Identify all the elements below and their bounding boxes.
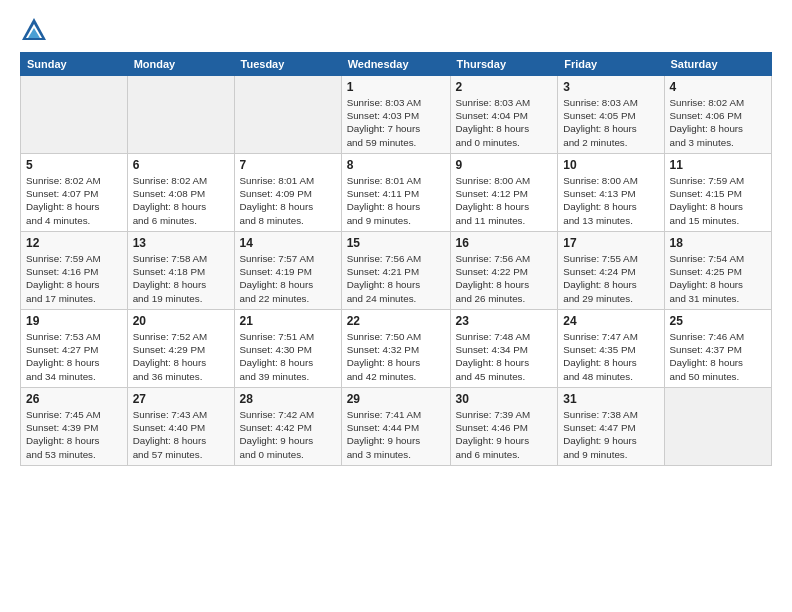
calendar-cell: 30Sunrise: 7:39 AM Sunset: 4:46 PM Dayli… [450,388,558,466]
day-info: Sunrise: 7:41 AM Sunset: 4:44 PM Dayligh… [347,408,445,461]
calendar-cell: 22Sunrise: 7:50 AM Sunset: 4:32 PM Dayli… [341,310,450,388]
day-info: Sunrise: 7:56 AM Sunset: 4:21 PM Dayligh… [347,252,445,305]
logo-icon [20,16,48,44]
day-number: 6 [133,158,229,172]
day-info: Sunrise: 8:02 AM Sunset: 4:07 PM Dayligh… [26,174,122,227]
calendar-cell: 15Sunrise: 7:56 AM Sunset: 4:21 PM Dayli… [341,232,450,310]
day-number: 5 [26,158,122,172]
day-info: Sunrise: 8:03 AM Sunset: 4:04 PM Dayligh… [456,96,553,149]
calendar-cell: 25Sunrise: 7:46 AM Sunset: 4:37 PM Dayli… [664,310,772,388]
calendar-cell: 29Sunrise: 7:41 AM Sunset: 4:44 PM Dayli… [341,388,450,466]
calendar-cell: 16Sunrise: 7:56 AM Sunset: 4:22 PM Dayli… [450,232,558,310]
calendar-week-row: 5Sunrise: 8:02 AM Sunset: 4:07 PM Daylig… [21,154,772,232]
day-info: Sunrise: 8:01 AM Sunset: 4:09 PM Dayligh… [240,174,336,227]
day-number: 30 [456,392,553,406]
day-number: 7 [240,158,336,172]
calendar-cell: 1Sunrise: 8:03 AM Sunset: 4:03 PM Daylig… [341,76,450,154]
day-number: 17 [563,236,658,250]
day-info: Sunrise: 7:51 AM Sunset: 4:30 PM Dayligh… [240,330,336,383]
header-friday: Friday [558,53,664,76]
day-info: Sunrise: 7:54 AM Sunset: 4:25 PM Dayligh… [670,252,767,305]
day-info: Sunrise: 8:03 AM Sunset: 4:05 PM Dayligh… [563,96,658,149]
calendar-cell: 23Sunrise: 7:48 AM Sunset: 4:34 PM Dayli… [450,310,558,388]
day-number: 22 [347,314,445,328]
calendar-cell: 9Sunrise: 8:00 AM Sunset: 4:12 PM Daylig… [450,154,558,232]
day-number: 19 [26,314,122,328]
calendar-cell: 13Sunrise: 7:58 AM Sunset: 4:18 PM Dayli… [127,232,234,310]
calendar-week-row: 12Sunrise: 7:59 AM Sunset: 4:16 PM Dayli… [21,232,772,310]
day-number: 31 [563,392,658,406]
calendar-week-row: 26Sunrise: 7:45 AM Sunset: 4:39 PM Dayli… [21,388,772,466]
day-info: Sunrise: 7:38 AM Sunset: 4:47 PM Dayligh… [563,408,658,461]
day-info: Sunrise: 8:02 AM Sunset: 4:06 PM Dayligh… [670,96,767,149]
day-info: Sunrise: 7:39 AM Sunset: 4:46 PM Dayligh… [456,408,553,461]
calendar-cell: 2Sunrise: 8:03 AM Sunset: 4:04 PM Daylig… [450,76,558,154]
day-number: 11 [670,158,767,172]
day-number: 23 [456,314,553,328]
day-info: Sunrise: 7:53 AM Sunset: 4:27 PM Dayligh… [26,330,122,383]
calendar-week-row: 1Sunrise: 8:03 AM Sunset: 4:03 PM Daylig… [21,76,772,154]
day-number: 18 [670,236,767,250]
calendar-cell: 27Sunrise: 7:43 AM Sunset: 4:40 PM Dayli… [127,388,234,466]
day-info: Sunrise: 7:48 AM Sunset: 4:34 PM Dayligh… [456,330,553,383]
day-info: Sunrise: 8:00 AM Sunset: 4:12 PM Dayligh… [456,174,553,227]
day-info: Sunrise: 8:01 AM Sunset: 4:11 PM Dayligh… [347,174,445,227]
day-number: 16 [456,236,553,250]
calendar-cell: 14Sunrise: 7:57 AM Sunset: 4:19 PM Dayli… [234,232,341,310]
day-number: 14 [240,236,336,250]
day-number: 2 [456,80,553,94]
day-number: 3 [563,80,658,94]
day-info: Sunrise: 7:43 AM Sunset: 4:40 PM Dayligh… [133,408,229,461]
calendar-cell: 8Sunrise: 8:01 AM Sunset: 4:11 PM Daylig… [341,154,450,232]
calendar-cell: 31Sunrise: 7:38 AM Sunset: 4:47 PM Dayli… [558,388,664,466]
calendar-cell: 26Sunrise: 7:45 AM Sunset: 4:39 PM Dayli… [21,388,128,466]
page-header [20,16,772,44]
calendar-cell: 4Sunrise: 8:02 AM Sunset: 4:06 PM Daylig… [664,76,772,154]
header-monday: Monday [127,53,234,76]
calendar-cell [664,388,772,466]
calendar-header-row: Sunday Monday Tuesday Wednesday Thursday… [21,53,772,76]
day-info: Sunrise: 8:00 AM Sunset: 4:13 PM Dayligh… [563,174,658,227]
day-number: 1 [347,80,445,94]
calendar-cell: 21Sunrise: 7:51 AM Sunset: 4:30 PM Dayli… [234,310,341,388]
calendar-cell: 6Sunrise: 8:02 AM Sunset: 4:08 PM Daylig… [127,154,234,232]
day-number: 12 [26,236,122,250]
day-number: 20 [133,314,229,328]
day-number: 25 [670,314,767,328]
day-info: Sunrise: 7:59 AM Sunset: 4:15 PM Dayligh… [670,174,767,227]
day-info: Sunrise: 7:45 AM Sunset: 4:39 PM Dayligh… [26,408,122,461]
calendar-cell: 28Sunrise: 7:42 AM Sunset: 4:42 PM Dayli… [234,388,341,466]
day-info: Sunrise: 7:42 AM Sunset: 4:42 PM Dayligh… [240,408,336,461]
calendar-week-row: 19Sunrise: 7:53 AM Sunset: 4:27 PM Dayli… [21,310,772,388]
day-number: 26 [26,392,122,406]
day-number: 27 [133,392,229,406]
calendar-table: Sunday Monday Tuesday Wednesday Thursday… [20,52,772,466]
day-info: Sunrise: 7:57 AM Sunset: 4:19 PM Dayligh… [240,252,336,305]
calendar-cell: 12Sunrise: 7:59 AM Sunset: 4:16 PM Dayli… [21,232,128,310]
day-number: 13 [133,236,229,250]
calendar-cell: 20Sunrise: 7:52 AM Sunset: 4:29 PM Dayli… [127,310,234,388]
day-info: Sunrise: 8:02 AM Sunset: 4:08 PM Dayligh… [133,174,229,227]
calendar-cell: 7Sunrise: 8:01 AM Sunset: 4:09 PM Daylig… [234,154,341,232]
day-number: 24 [563,314,658,328]
day-info: Sunrise: 7:50 AM Sunset: 4:32 PM Dayligh… [347,330,445,383]
header-thursday: Thursday [450,53,558,76]
day-number: 9 [456,158,553,172]
day-info: Sunrise: 7:59 AM Sunset: 4:16 PM Dayligh… [26,252,122,305]
calendar-cell [127,76,234,154]
day-number: 4 [670,80,767,94]
day-number: 10 [563,158,658,172]
header-wednesday: Wednesday [341,53,450,76]
day-info: Sunrise: 7:52 AM Sunset: 4:29 PM Dayligh… [133,330,229,383]
calendar-cell: 17Sunrise: 7:55 AM Sunset: 4:24 PM Dayli… [558,232,664,310]
header-sunday: Sunday [21,53,128,76]
calendar-cell [21,76,128,154]
day-info: Sunrise: 7:47 AM Sunset: 4:35 PM Dayligh… [563,330,658,383]
header-tuesday: Tuesday [234,53,341,76]
day-info: Sunrise: 7:58 AM Sunset: 4:18 PM Dayligh… [133,252,229,305]
calendar-cell: 3Sunrise: 8:03 AM Sunset: 4:05 PM Daylig… [558,76,664,154]
calendar-cell [234,76,341,154]
day-number: 28 [240,392,336,406]
day-number: 15 [347,236,445,250]
calendar-cell: 10Sunrise: 8:00 AM Sunset: 4:13 PM Dayli… [558,154,664,232]
